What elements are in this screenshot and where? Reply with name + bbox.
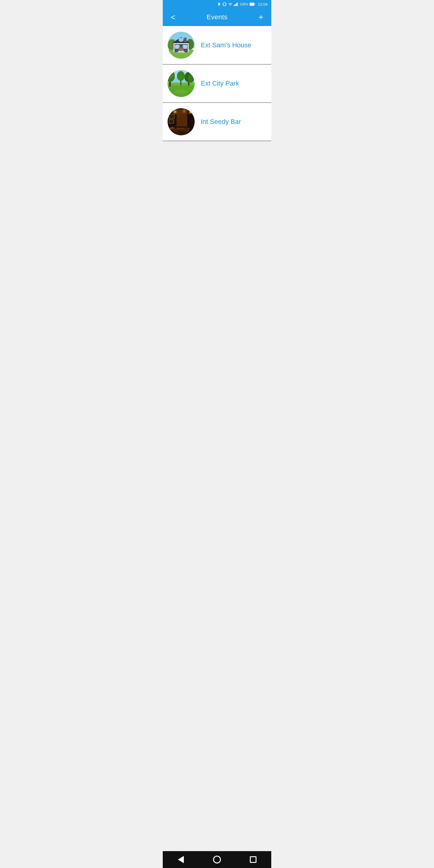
- svg-rect-31: [174, 43, 175, 52]
- svg-rect-76: [172, 127, 173, 129]
- svg-rect-6: [236, 3, 237, 6]
- svg-point-26: [179, 38, 184, 41]
- back-button[interactable]: <: [167, 13, 179, 21]
- svg-point-73: [189, 121, 193, 125]
- svg-rect-80: [176, 108, 187, 128]
- svg-rect-4: [234, 5, 235, 6]
- bluetooth-icon: [217, 2, 221, 6]
- event-image-seedy-bar: [167, 108, 195, 135]
- svg-rect-19: [174, 43, 189, 44]
- signal-icon: [234, 2, 238, 6]
- svg-point-28: [182, 50, 183, 51]
- svg-rect-62: [170, 115, 174, 118]
- svg-rect-29: [178, 52, 185, 53]
- svg-rect-30: [178, 51, 184, 52]
- bar-image: [167, 108, 195, 135]
- event-label-city-park: Ext City Park: [201, 80, 239, 87]
- svg-rect-63: [169, 120, 174, 123]
- status-bar: 100% 12:04: [163, 0, 271, 8]
- house-image: [167, 32, 195, 59]
- park-image: [167, 70, 195, 97]
- add-button[interactable]: +: [255, 13, 267, 22]
- event-image-city-park: [167, 70, 195, 97]
- vibrate-icon: [222, 2, 227, 6]
- list-item[interactable]: Ext Sam's House: [163, 26, 271, 64]
- list-item[interactable]: Int Seedy Bar: [163, 103, 271, 141]
- svg-rect-74: [189, 125, 193, 131]
- svg-rect-18: [184, 38, 187, 42]
- svg-rect-32: [188, 43, 189, 52]
- svg-rect-7: [238, 2, 238, 6]
- svg-rect-75: [170, 127, 172, 129]
- svg-rect-77: [174, 127, 174, 129]
- list-item[interactable]: Ext City Park: [163, 64, 271, 102]
- svg-rect-9: [250, 3, 254, 5]
- svg-rect-0: [223, 3, 226, 6]
- battery-icon: [250, 2, 255, 6]
- empty-content-area: [163, 141, 271, 261]
- event-image-sams-house: [167, 32, 195, 59]
- svg-point-45: [177, 71, 185, 81]
- svg-rect-47: [172, 85, 190, 97]
- svg-rect-79: [167, 132, 180, 135]
- status-icons: 100% 12:04: [217, 2, 268, 7]
- app-bar: < Events +: [163, 8, 271, 26]
- svg-point-3: [230, 5, 230, 6]
- battery-percentage: 100%: [240, 2, 248, 6]
- svg-point-43: [188, 74, 194, 83]
- status-time: 12:04: [258, 2, 268, 7]
- event-label-seedy-bar: Int Seedy Bar: [201, 118, 241, 126]
- svg-rect-5: [235, 4, 236, 6]
- wifi-icon: [228, 2, 232, 6]
- event-label-sams-house: Ext Sam's House: [201, 41, 251, 49]
- svg-rect-10: [254, 4, 255, 5]
- svg-rect-78: [167, 132, 195, 135]
- page-title: Events: [207, 13, 227, 21]
- events-list: Ext Sam's House: [163, 26, 271, 141]
